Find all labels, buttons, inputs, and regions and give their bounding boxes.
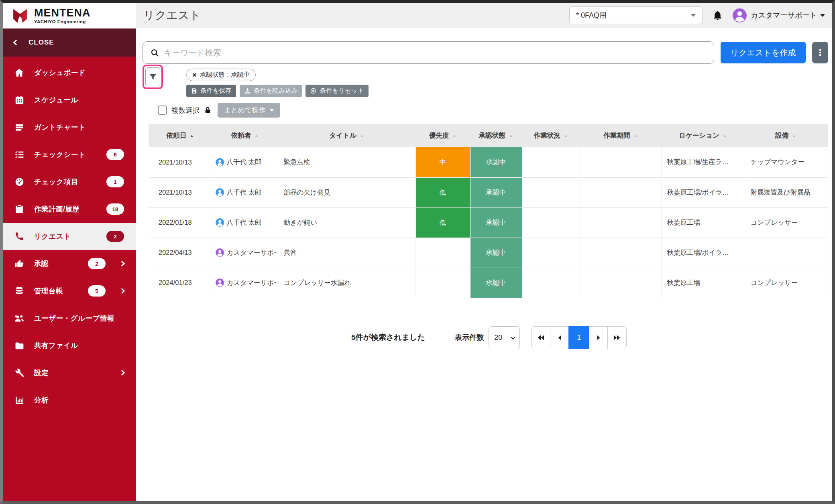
- sidebar-item-analytics[interactable]: 分析: [3, 386, 136, 414]
- load-conditions-button[interactable]: 条件を読み込み: [240, 85, 302, 97]
- badge-count: 5: [88, 285, 106, 297]
- sidebar-close-button[interactable]: CLOSE: [3, 28, 136, 57]
- column-header-equipment[interactable]: 設備▲: [745, 124, 827, 147]
- database-icon: [13, 286, 25, 296]
- badge-count: 6: [106, 149, 124, 160]
- current-page-button[interactable]: 1: [568, 326, 589, 349]
- chevron-right-icon: [119, 370, 125, 376]
- column-header-location[interactable]: ロケーション▲: [661, 124, 745, 147]
- sidebar-item-workplan[interactable]: 作業計画/履歴 18: [3, 195, 136, 223]
- page-title: リクエスト: [143, 8, 201, 23]
- sidebar-item-checksheet[interactable]: チェックシート 6: [3, 141, 136, 168]
- table-row[interactable]: 2021/10/13 八千代 太郎 緊急点検 中 承認中 秋葉原工場/生産ラ… …: [149, 147, 828, 177]
- caret-down-icon: [691, 14, 696, 17]
- badge-count: 2: [106, 231, 124, 242]
- sort-asc-icon: ▲: [509, 133, 513, 138]
- user-avatar: [733, 8, 747, 22]
- user-menu[interactable]: カスタマーサポート: [733, 8, 825, 22]
- column-header-date[interactable]: 依頼日▲: [149, 124, 212, 147]
- filter-button-highlight: [143, 65, 163, 89]
- sort-asc-icon: ▲: [254, 133, 259, 138]
- sidebar-item-ledger[interactable]: 管理台帳 5: [3, 277, 136, 305]
- requests-table: 依頼日▲ 依頼者▲ タイトル▲ 優先度▲ 承認状態▲ 作業状況▲ 作業期間▲ ロ…: [149, 124, 828, 298]
- checksheet-icon: [13, 150, 25, 160]
- folder-icon: [13, 341, 25, 351]
- sidebar-item-dashboard[interactable]: ダッシュボード: [3, 59, 136, 86]
- thumbsup-icon: [13, 259, 25, 268]
- main-area: リクエスト * 0FAQ用 カスタマーサポート: [136, 3, 832, 501]
- approval-status-badge: 承認中: [470, 268, 522, 298]
- sidebar-item-checkitems[interactable]: チェック項目 1: [3, 168, 136, 195]
- column-header-work-status[interactable]: 作業状況▲: [522, 124, 580, 147]
- column-header-work-period[interactable]: 作業期間▲: [580, 124, 661, 147]
- mentena-logo-icon: [11, 6, 29, 25]
- table-header-row: 依頼日▲ 依頼者▲ タイトル▲ 優先度▲ 承認状態▲ 作業状況▲ 作業期間▲ ロ…: [149, 124, 828, 147]
- column-header-title[interactable]: タイトル▲: [278, 124, 415, 147]
- sidebar-item-settings[interactable]: 設定: [3, 359, 136, 386]
- chevron-right-icon: [597, 335, 601, 341]
- caret-down-icon: [820, 14, 825, 17]
- caret-down-icon: [270, 109, 274, 112]
- chevron-down-icon: [511, 334, 516, 339]
- double-chevron-right-icon: [613, 335, 621, 341]
- sort-asc-icon: ▲: [360, 133, 364, 138]
- sort-asc-icon: ▲: [792, 133, 796, 138]
- home-icon: [13, 67, 25, 78]
- previous-page-button[interactable]: [550, 326, 569, 349]
- bulk-action-button[interactable]: まとめて操作: [218, 103, 280, 118]
- requester-avatar-icon: [216, 158, 224, 167]
- funnel-icon: [149, 73, 157, 81]
- requester-avatar-icon: [216, 218, 224, 227]
- person-icon: [733, 8, 747, 22]
- table-row[interactable]: 2024/01/23 カスタマーサポート コンプレッサー水漏れ 承認中 秋葉原工…: [149, 268, 828, 298]
- filter-button[interactable]: [145, 67, 160, 86]
- phone-icon: [13, 232, 25, 241]
- chevron-right-icon: [119, 288, 125, 294]
- chevron-right-icon: [119, 261, 125, 266]
- create-request-button[interactable]: リクエストを作成: [721, 42, 806, 63]
- user-name-label: カスタマーサポート: [751, 10, 817, 20]
- priority-badge: [416, 268, 470, 298]
- column-header-approval[interactable]: 承認状態▲: [470, 124, 522, 147]
- more-options-button[interactable]: [812, 42, 828, 63]
- x-circle-icon: [310, 87, 317, 94]
- requester-avatar-icon: [216, 248, 224, 257]
- brand-name: MENTENA: [34, 8, 91, 18]
- page-size-select[interactable]: 20: [489, 326, 520, 349]
- column-header-requester[interactable]: 依頼者▲: [212, 124, 278, 147]
- table-row[interactable]: 2021/10/13 八千代 太郎 部品の欠け発見 低 承認中 秋葉原工場/ボイ…: [149, 177, 828, 207]
- last-page-button[interactable]: [607, 326, 627, 349]
- save-conditions-button[interactable]: 条件を保存: [186, 85, 236, 97]
- keyword-search-input[interactable]: [164, 48, 707, 57]
- logo-area[interactable]: MENTENA YACHIYO Engineering: [3, 3, 136, 28]
- lock-icon: [204, 106, 212, 114]
- workspace-select[interactable]: * 0FAQ用: [569, 6, 703, 24]
- column-header-priority[interactable]: 優先度▲: [415, 124, 470, 147]
- sidebar-item-gantt[interactable]: ガントチャート: [3, 114, 136, 141]
- users-icon: [13, 313, 25, 323]
- filter-chip-approval-status[interactable]: × 承認状態：承認中: [186, 69, 256, 81]
- badge-count: 18: [106, 203, 124, 215]
- sidebar-item-schedule[interactable]: スケジュール: [3, 86, 136, 114]
- pager: 1: [531, 326, 627, 349]
- table-row[interactable]: 2022/01/18 八千代 太郎 動きが鈍い 低 承認中 秋葉原工場 コンプレ…: [149, 207, 828, 238]
- table-row[interactable]: 2022/04/13 カスタマーサポート 異音 承認中 秋葉原工場/ボイラ…: [149, 238, 828, 268]
- first-page-button[interactable]: [531, 326, 550, 349]
- approval-status-badge: 承認中: [470, 208, 522, 238]
- sidebar-item-request[interactable]: リクエスト 2: [3, 223, 136, 250]
- download-icon: [244, 87, 251, 94]
- multi-select-checkbox[interactable]: [158, 106, 167, 115]
- chip-remove-icon[interactable]: ×: [192, 71, 197, 79]
- requester-avatar-icon: [216, 188, 224, 197]
- floppy-disk-icon: [191, 87, 198, 94]
- sidebar-item-shared-files[interactable]: 共有ファイル: [3, 332, 136, 359]
- sidebar-item-users-groups[interactable]: ユーザー・グループ情報: [3, 305, 136, 332]
- notifications-bell-button[interactable]: [712, 10, 723, 21]
- next-page-button[interactable]: [589, 326, 608, 349]
- content: リクエストを作成 × 承認状態：承認中: [136, 28, 832, 501]
- close-label: CLOSE: [29, 39, 54, 47]
- gantt-icon: [13, 122, 25, 132]
- reset-conditions-button[interactable]: 条件をリセット: [305, 85, 368, 97]
- calendar-icon: [13, 95, 25, 105]
- sidebar-item-approval[interactable]: 承認 2: [3, 250, 136, 277]
